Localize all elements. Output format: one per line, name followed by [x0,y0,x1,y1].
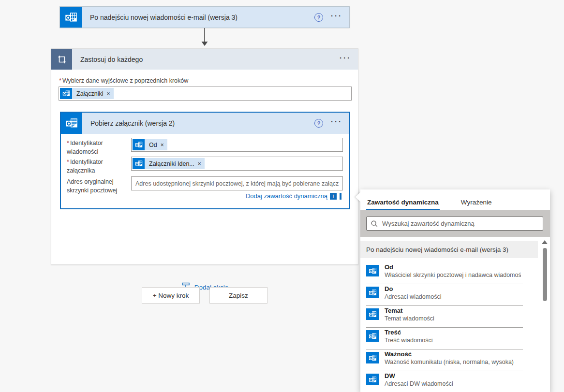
remove-token-icon[interactable]: × [106,90,114,97]
list-item-waznosc[interactable]: Ważność Ważność komunikatu (niska, norma… [360,349,550,371]
trigger-card[interactable]: Po nadejściu nowej wiadomości e-mail (we… [59,6,350,28]
token-od[interactable]: Od × [133,139,167,150]
connector-arrow [199,28,210,47]
add-action-button[interactable]: Dodaj akcję [51,282,358,292]
outlook-icon [366,265,379,276]
required-marker: * [59,77,61,84]
menu-ellipsis-icon[interactable]: ··· [331,119,342,127]
help-icon[interactable]: ? [314,13,323,22]
list-item-temat[interactable]: Temat Temat wiadomości [360,306,550,328]
token-zalaczniki[interactable]: Załączniki × [60,88,114,99]
panel-tabs: Zawartość dynamiczna Wyrażenie [360,189,550,210]
outlook-icon [61,113,82,134]
scope-header[interactable]: Zastosuj do każdego ··· [51,49,358,70]
mailbox-address-input[interactable] [133,180,341,187]
search-box[interactable] [366,217,543,231]
search-strip [360,210,550,237]
get-attachment-card[interactable]: Pobierz załącznik (wersja 2) ? ··· *Iden… [60,112,350,209]
add-dynamic-content-link[interactable]: Dodaj zawartość dynamiczną + [246,192,341,200]
list-item-tresc[interactable]: Treść Treść wiadomości [360,328,550,349]
tab-expression[interactable]: Wyrażenie [460,194,493,210]
apply-to-each-scope: Zastosuj do każdego ··· *Wybierz dane wy… [51,48,358,265]
loop-icon [51,49,72,70]
outlook-icon [60,7,82,28]
menu-ellipsis-icon[interactable]: ··· [340,56,351,63]
field-input-attachment-id[interactable]: Załączniki Iden... × [131,157,343,171]
select-output-input[interactable]: Załączniki × [59,87,352,101]
dynamic-content-panel: Zawartość dynamiczna Wyrażenie Po nadejś… [360,189,550,392]
list-section-header: Po nadejściu nowej wiadomości e-mail (we… [360,241,538,258]
cursor-bar-icon [340,193,341,200]
field-input-mailbox-address[interactable] [131,176,343,190]
remove-token-icon[interactable]: × [160,142,167,148]
tab-dynamic-content[interactable]: Zawartość dynamiczna [366,194,440,210]
outlook-icon [133,158,145,169]
add-dynamic-content-icon: + [330,193,337,200]
scope-title: Zastosuj do każdego [72,56,340,63]
dynamic-content-list: Po nadejściu nowej wiadomości e-mail (we… [360,237,550,392]
remove-token-icon[interactable]: × [197,160,205,167]
new-step-button[interactable]: + Nowy krok [142,287,200,304]
panel-scrollbar[interactable] [542,240,548,392]
outlook-icon [366,308,379,320]
list-item-dw[interactable]: DW Adresaci DW wiadomości [360,371,550,392]
scrollbar-thumb[interactable] [543,248,547,301]
scrollbar-up-icon[interactable] [542,240,548,244]
field-label-attachment-id: *Identyfikator załącznika [67,158,130,175]
list-item-do[interactable]: Do Adresaci wiadomości [360,284,550,306]
menu-ellipsis-icon[interactable]: ··· [331,14,342,21]
outlook-icon [366,352,379,363]
field-label-message-id: *Identyfikator wiadomości [67,139,130,156]
trigger-title: Po nadejściu nowej wiadomości e-mail (we… [82,14,314,21]
outlook-icon [60,88,72,99]
outlook-icon [133,139,145,150]
search-icon [371,220,378,228]
action-title: Pobierz załącznik (wersja 2) [82,119,314,127]
field-label-mailbox-address: Adres oryginalnej skrzynki pocztowej [67,177,130,195]
help-icon[interactable]: ? [314,119,323,128]
outlook-icon [366,330,379,342]
list-item-od[interactable]: Od Właściciel skrzynki pocztowej i nadaw… [360,262,550,284]
search-input[interactable] [382,220,539,227]
flow-designer-canvas: Po nadejściu nowej wiadomości e-mail (we… [0,0,564,392]
outlook-icon [366,374,379,385]
token-zalaczniki-iden[interactable]: Załączniki Iden... × [133,158,205,169]
field-input-message-id[interactable]: Od × [131,138,343,152]
outlook-icon [366,287,379,298]
save-button[interactable]: Zapisz [209,287,267,304]
select-output-label: *Wybierz dane wyjściowe z poprzednich kr… [59,77,188,84]
